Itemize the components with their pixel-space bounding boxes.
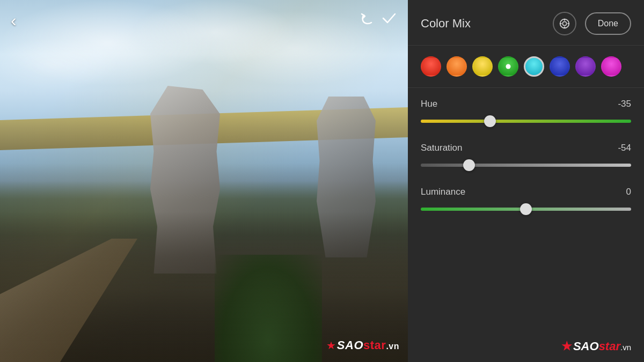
logo-sao: SAO (573, 339, 599, 353)
swatch-purple[interactable] (575, 56, 596, 77)
target-button[interactable] (553, 12, 576, 35)
logo: ★ SAOstar.vn (561, 339, 631, 353)
watermark: ★ SAOstar.vn (326, 338, 399, 352)
saturation-slider-container[interactable] (421, 159, 631, 172)
logo-brand: SAOstar.vn (573, 339, 631, 353)
saturation-thumb[interactable] (463, 159, 475, 171)
hue-track (421, 120, 631, 123)
done-button[interactable]: Done (585, 12, 631, 35)
hue-slider-row: Hue -35 (421, 99, 631, 128)
saturation-label: Saturation (421, 143, 463, 153)
saturation-slider-row: Saturation -54 (421, 143, 631, 172)
hue-value: -35 (618, 99, 631, 109)
watermark-brand: SAO (337, 338, 363, 352)
luminance-slider-row: Luminance 0 (421, 187, 631, 216)
panel-footer: ★ SAOstar.vn (408, 331, 644, 362)
luminance-label: Luminance (421, 187, 465, 197)
swatch-blue[interactable] (550, 56, 570, 77)
hue-label: Hue (421, 99, 437, 109)
photo-background (0, 0, 408, 362)
swatch-cyan[interactable] (524, 56, 544, 77)
logo-star-word: star (599, 339, 620, 353)
luminance-value: 0 (626, 187, 631, 197)
watermark-text: SAOstar.vn (337, 338, 399, 352)
undo-button[interactable] (360, 11, 376, 26)
nav-back-button[interactable]: ‹ (11, 11, 17, 31)
logo-domain: .vn (620, 343, 631, 352)
tree-foliage (215, 255, 322, 362)
sliders-area: Hue -35 Saturation -54 Luminance 0 (408, 88, 644, 331)
right-panel: Color Mix Done (408, 0, 644, 362)
panel-title: Color Mix (421, 17, 544, 31)
swatch-red[interactable] (421, 56, 441, 77)
saturation-value: -54 (618, 143, 631, 153)
luminance-slider-container[interactable] (421, 203, 631, 216)
confirm-button[interactable] (381, 11, 397, 26)
hue-label-row: Hue -35 (421, 99, 631, 109)
luminance-label-row: Luminance 0 (421, 187, 631, 197)
logo-star-icon: ★ (561, 339, 572, 353)
swatch-magenta[interactable] (601, 56, 621, 77)
color-swatches-row (408, 46, 644, 88)
watermark-star-icon: ★ (326, 339, 336, 352)
watermark-brand2: star (363, 338, 386, 352)
svg-point-1 (562, 21, 566, 25)
luminance-thumb[interactable] (520, 203, 532, 215)
panel-header: Color Mix Done (408, 0, 644, 46)
saturation-label-row: Saturation -54 (421, 143, 631, 153)
swatch-green[interactable] (498, 56, 518, 77)
swatch-orange[interactable] (447, 56, 467, 77)
hue-thumb[interactable] (484, 115, 496, 127)
target-icon (559, 18, 570, 29)
photo-area: ‹ ★ SAOstar.vn (0, 0, 408, 362)
watermark-domain: .vn (386, 342, 399, 351)
saturation-track (421, 164, 631, 167)
hue-slider-container[interactable] (421, 115, 631, 128)
swatch-yellow[interactable] (472, 56, 493, 77)
